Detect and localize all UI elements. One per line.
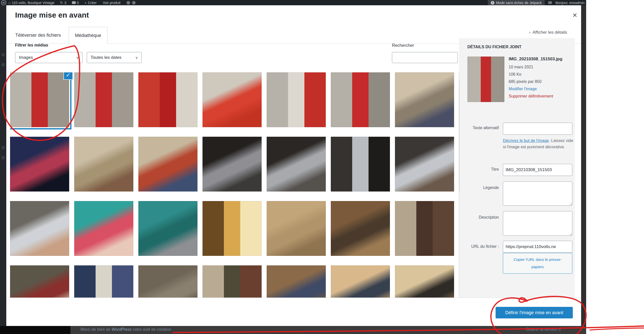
thumb-metal-propeller-dark[interactable]: [203, 137, 262, 192]
account-menu[interactable]: Bonjour, eoxadmin: [555, 1, 585, 5]
thumb-barbour-shirt[interactable]: [74, 265, 133, 303]
caption-label: Légende: [461, 185, 499, 190]
thumb-victorinox-trophy[interactable]: [267, 72, 326, 127]
comments-menu[interactable]: 0: [72, 1, 79, 5]
admin-menu-corner: [0, 326, 70, 334]
admin-menu-icon: [2, 53, 5, 56]
wordpress-media-modal-page: W ⌂ 110 volts, Boutique Vintage ↻ 3 0 + …: [0, 0, 644, 334]
media-type-select[interactable]: Images ∨: [15, 52, 83, 63]
view-product-menu[interactable]: Voir produit: [103, 1, 120, 5]
view-product-label: Voir produit: [103, 1, 120, 5]
thumb-red-handle-top[interactable]: [203, 72, 262, 127]
updates-menu[interactable]: ↻ 3: [60, 1, 66, 5]
search-input[interactable]: [392, 52, 458, 63]
description-label: Description: [461, 215, 499, 220]
chevron-left-icon: ‹: [529, 30, 531, 35]
plus-icon: +: [84, 1, 87, 5]
thumb-skateboard-graffiti[interactable]: [74, 201, 133, 256]
thumb-hand-blade-light[interactable]: [10, 201, 69, 256]
thumb-corduroy-collar[interactable]: [267, 265, 326, 303]
show-details-link[interactable]: ‹ Afficher les détails: [529, 30, 567, 35]
site-name-label: 110 volts, Boutique Vintage: [12, 1, 54, 5]
edit-image-link[interactable]: Modifier l'image: [509, 87, 537, 91]
file-url-input[interactable]: [503, 241, 572, 253]
show-details-label: Afficher les détails: [533, 30, 567, 35]
comments-count: 0: [77, 1, 79, 5]
media-date-select[interactable]: Toutes les dates ∨: [87, 52, 142, 63]
thumb-star-stone-wall[interactable]: [395, 72, 454, 127]
thumb-hand-disc[interactable]: [395, 265, 454, 303]
attachment-dimensions: 685 pixels par 850: [509, 79, 542, 84]
plugin-icon-2[interactable]: [132, 1, 136, 5]
alt-help-dot: .: [549, 138, 550, 143]
new-content-menu[interactable]: + Créer: [84, 1, 97, 5]
alt-text-input[interactable]: [503, 123, 572, 135]
thumb-mask-brooch[interactable]: [331, 265, 390, 303]
copy-url-button[interactable]: Copier l'URL dans le presse-papiers: [503, 253, 572, 274]
title-label: Titre: [461, 167, 499, 172]
file-url-label: URL du fichier :: [461, 244, 499, 249]
set-featured-image-button[interactable]: Définir l'image mise en avant: [496, 307, 573, 318]
thumb-swiss-knife-sculpture[interactable]: [74, 72, 133, 127]
thumb-blade-closeup-dark[interactable]: [331, 137, 390, 192]
wordpress-link[interactable]: WordPress: [112, 327, 132, 331]
search-label: Rechercher: [392, 43, 414, 48]
thumb-tan-waxed-jacket[interactable]: [267, 201, 326, 256]
thumb-sputnik-chandelier[interactable]: [203, 201, 262, 256]
thumb-zipper-closeup[interactable]: [10, 265, 69, 303]
media-date-value: Toutes les dates: [91, 55, 122, 60]
footer-credit-post: votre outil de création.: [132, 327, 172, 331]
jetpack-safe-mode-label: Mode sans échec de Jetpack: [496, 1, 542, 5]
tab-media-library[interactable]: Médiathèque: [69, 27, 107, 44]
thumb-brown-coat-wood[interactable]: [395, 201, 454, 256]
jetpack-safe-mode-badge[interactable]: ! Mode sans échec de Jetpack: [488, 0, 545, 5]
admin-menu-icon: [2, 63, 5, 66]
admin-menu-icon: [2, 156, 5, 159]
footer-credit-pre: Merci de faire de: [80, 327, 112, 331]
chevron-down-icon: ∨: [76, 56, 79, 60]
attachment-filesize: 106 Ko: [509, 72, 521, 77]
overlay-right-strip: [581, 5, 586, 326]
plugin-icon-1[interactable]: [127, 1, 130, 5]
thumb-star-lights-dark[interactable]: [10, 137, 69, 192]
wp-footer-credit: Merci de faire de WordPress votre outil …: [80, 327, 172, 332]
wordpress-logo-icon[interactable]: W: [1, 0, 6, 5]
attachment-date: 10 mars 2021: [509, 65, 533, 69]
modal-title: Image mise en avant: [15, 11, 89, 19]
chevron-down-icon: ∨: [135, 56, 138, 60]
wp-version-link[interactable]: Obtenir la version 5: [526, 327, 561, 332]
red-diagonal-line-2: [590, 328, 644, 330]
thumb-hand-blade-dark[interactable]: [395, 137, 454, 192]
site-name-menu[interactable]: ⌂ 110 volts, Boutique Vintage: [8, 1, 54, 5]
alt-help-link[interactable]: Décrivez le but de l'image: [503, 138, 549, 143]
tab-upload-files[interactable]: Téléverser des fichiers: [9, 27, 67, 43]
comments-icon: [72, 1, 76, 4]
thumb-red-cross-closeup[interactable]: [138, 72, 197, 127]
thumb-green-waxed-jacket[interactable]: [203, 265, 262, 303]
thumb-painted-slats[interactable]: [138, 137, 197, 192]
filter-media-label: Filtrer les médias: [15, 43, 48, 47]
attachment-details-heading: DÉTAILS DU FICHIER JOINT: [467, 45, 521, 49]
thumb-red-knife-open[interactable]: [331, 72, 390, 127]
warning-icon: !: [491, 1, 494, 5]
thumb-waxed-pocket[interactable]: [138, 265, 197, 303]
home-icon: ⌂: [8, 1, 11, 5]
caption-textarea[interactable]: [503, 181, 572, 206]
updates-icon: ↻: [60, 1, 63, 5]
thumb-cinema-facade[interactable]: [138, 201, 197, 256]
thumb-swiss-knife-sculpture-selected[interactable]: ✓: [10, 72, 69, 127]
modal-footer: [6, 298, 581, 321]
title-input[interactable]: [503, 164, 572, 176]
admin-menu-icon: [2, 146, 5, 149]
description-textarea[interactable]: [503, 211, 572, 236]
selected-check-icon[interactable]: ✓: [63, 72, 73, 80]
alt-text-label: Texte alternatif: [461, 126, 499, 130]
thumb-plaid-lining[interactable]: [331, 201, 390, 256]
overlay-bottom-strip: Merci de faire de WordPress votre outil …: [0, 326, 586, 334]
thumb-propeller-round-base[interactable]: [267, 137, 326, 192]
updates-count: 3: [64, 1, 66, 5]
delete-permanently-link[interactable]: Supprimer définitivement: [509, 94, 553, 99]
close-icon[interactable]: ✕: [572, 12, 577, 19]
alt-help-text: Décrivez le but de l'image. Laissez vide…: [503, 138, 573, 150]
thumb-rings-stone-star[interactable]: [74, 137, 133, 192]
